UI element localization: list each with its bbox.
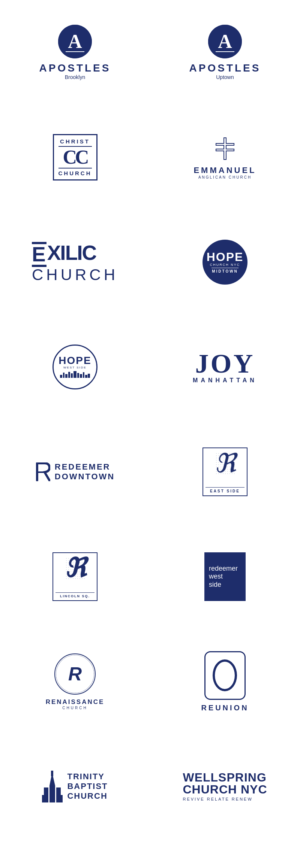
redeemer-downtown-line1: REDEEMER — [55, 462, 115, 472]
svg-rect-27 — [51, 771, 53, 776]
redeemer-lincoln-r: ℜ — [64, 555, 86, 582]
hope-westside-name: HOPE — [58, 355, 91, 366]
apostles-brooklyn-text: APOSTLES Brooklyn — [39, 62, 111, 80]
svg-rect-22 — [83, 372, 84, 378]
christ-church-box: CHRIST CC CHURCH — [53, 134, 98, 180]
redeemer-downtown-logo: REDEEMER DOWNTOWN — [35, 462, 115, 482]
reunion-text: REUNION — [201, 704, 249, 712]
redeemer-lincoln-subtitle: LINCOLN SQ. — [56, 592, 94, 598]
cell-redeemer-east: ℜ EAST SIDE — [150, 419, 300, 524]
cell-wellspring: WELLSPRING CHURCH NYC REVIVE RELATE RENE… — [150, 734, 300, 839]
cell-joy: JOY MANHATTAN — [150, 315, 300, 419]
apostles-brooklyn-icon: A — [58, 25, 92, 58]
svg-rect-23 — [85, 375, 87, 378]
hope-midtown-name: HOPE — [207, 251, 244, 263]
joy-name: JOY — [193, 350, 257, 377]
svg-rect-33 — [61, 795, 63, 802]
trinity-line1: TRINITY — [67, 772, 108, 781]
emmanuel-cross-icon — [212, 136, 238, 162]
hope-westside-skyline-icon — [60, 370, 90, 379]
apostles-uptown-logo: A APOSTLES Uptown — [189, 25, 261, 80]
svg-text:A: A — [68, 31, 82, 52]
reunion-box-icon — [204, 651, 246, 700]
redeemer-west-box: redeemer west side — [204, 552, 246, 601]
trinity-inner: TRINITY BAPTIST CHURCH — [42, 771, 108, 802]
svg-rect-15 — [63, 373, 64, 378]
emmanuel-text: EMMANUEL ANGLICAN CHURCH — [194, 166, 256, 179]
svg-rect-19 — [74, 371, 76, 378]
svg-rect-21 — [80, 374, 82, 378]
hope-midtown-logo: HOPE CHURCH NYC MIDTOWN — [202, 240, 248, 285]
redeemer-downtown-text: REDEEMER DOWNTOWN — [55, 462, 115, 482]
apostles-uptown-name: APOSTLES — [189, 62, 261, 74]
svg-text:A: A — [218, 31, 232, 52]
redeemer-lincoln-box: ℜ LINCOLN SQ. — [52, 552, 98, 601]
renaissance-circle-icon: R — [54, 653, 96, 695]
renaissance-logo: R RENAISSANCE CHURCH — [46, 653, 105, 710]
exilic-line2: CHURCH — [32, 267, 118, 283]
svg-rect-25 — [50, 786, 55, 802]
logo-grid: A APOSTLES Brooklyn A APOSTLES Uptow — [0, 0, 300, 839]
cell-emmanuel: EMMANUEL ANGLICAN CHURCH — [150, 105, 300, 210]
cell-trinity: TRINITY BAPTIST CHURCH — [0, 734, 150, 839]
cell-reunion: REUNION — [150, 629, 300, 734]
christ-church-top: CHRIST — [58, 138, 92, 147]
svg-rect-24 — [88, 374, 90, 378]
svg-rect-17 — [68, 372, 70, 378]
svg-rect-11 — [216, 149, 234, 151]
cell-hope-westside: HOPE WEST SIDE — [0, 315, 150, 419]
redeemer-downtown-inner: REDEEMER DOWNTOWN — [35, 462, 115, 482]
redeemer-west-line1: redeemer — [209, 565, 241, 573]
redeemer-lincoln-logo: ℜ LINCOLN SQ. — [52, 552, 98, 601]
renaissance-line2: CHURCH — [46, 706, 105, 710]
exilic-line1: EXILIC — [32, 242, 118, 267]
exilic-text: EXILIC CHURCH — [32, 242, 118, 282]
christ-church-middle: CC — [63, 148, 87, 167]
cell-redeemer-lincoln: ℜ LINCOLN SQ. — [0, 524, 150, 629]
svg-rect-13 — [227, 144, 234, 145]
hope-midtown-sub1: CHURCH NYC — [210, 263, 240, 267]
cell-hope-midtown: HOPE CHURCH NYC MIDTOWN — [150, 210, 300, 315]
renaissance-r: R — [68, 663, 82, 685]
hope-westside-logo: HOPE WEST SIDE — [52, 345, 98, 389]
svg-rect-18 — [71, 373, 73, 378]
christ-church-logo: CHRIST CC CHURCH — [53, 134, 98, 180]
exilic-logo: EXILIC CHURCH — [32, 242, 118, 282]
redeemer-west-line2: west — [209, 573, 241, 581]
cell-apostles-uptown: A APOSTLES Uptown — [150, 0, 300, 105]
trinity-building-icon — [42, 771, 63, 802]
redeemer-r-icon — [35, 462, 50, 481]
emmanuel-subtitle: ANGLICAN CHURCH — [194, 175, 256, 179]
redeemer-west-line3: side — [209, 581, 241, 589]
redeemer-west-logo: redeemer west side — [204, 552, 246, 601]
cell-renaissance: R RENAISSANCE CHURCH — [0, 629, 150, 734]
emmanuel-name: EMMANUEL — [194, 166, 256, 175]
hope-midtown-circle: HOPE CHURCH NYC MIDTOWN — [202, 240, 248, 285]
svg-rect-32 — [42, 795, 44, 802]
wellspring-line3: REVIVE RELATE RENEW — [183, 797, 267, 801]
apostles-uptown-subtitle: Uptown — [189, 74, 261, 80]
svg-rect-12 — [216, 144, 223, 145]
svg-rect-16 — [65, 374, 68, 378]
reunion-logo: REUNION — [201, 651, 249, 712]
cell-redeemer-downtown: REDEEMER DOWNTOWN — [0, 419, 150, 524]
joy-subtitle: MANHATTAN — [193, 377, 257, 384]
cell-christ-church: CHRIST CC CHURCH — [0, 105, 150, 210]
svg-rect-14 — [60, 375, 62, 378]
svg-rect-30 — [44, 787, 48, 792]
wellspring-logo: WELLSPRING CHURCH NYC REVIVE RELATE RENE… — [183, 771, 267, 801]
cell-redeemer-west: redeemer west side — [150, 524, 300, 629]
svg-rect-31 — [56, 787, 61, 792]
trinity-line2: BAPTIST — [67, 781, 108, 791]
renaissance-line1: RENAISSANCE — [46, 698, 105, 706]
svg-rect-20 — [77, 373, 79, 378]
apostles-uptown-icon: A — [208, 25, 242, 58]
trinity-logo: TRINITY BAPTIST CHURCH — [42, 771, 108, 802]
hope-westside-circle: HOPE WEST SIDE — [52, 345, 98, 389]
hope-westside-sub: WEST SIDE — [63, 366, 87, 369]
redeemer-east-logo: ℜ EAST SIDE — [202, 447, 248, 496]
hope-midtown-sub2: MIDTOWN — [212, 269, 238, 273]
redeemer-east-r: ℜ — [214, 450, 236, 477]
svg-rect-29 — [56, 791, 61, 802]
apostles-brooklyn-name: APOSTLES — [39, 62, 111, 74]
